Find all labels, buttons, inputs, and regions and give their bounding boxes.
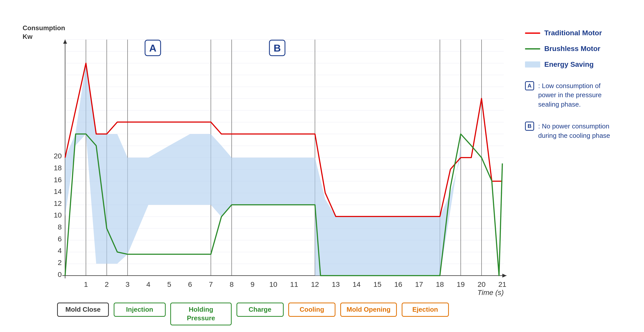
- svg-text:6: 6: [58, 235, 62, 243]
- svg-text:3: 3: [126, 280, 130, 288]
- svg-text:18: 18: [436, 280, 444, 288]
- svg-text:1: 1: [84, 280, 88, 288]
- svg-text:18: 18: [54, 164, 62, 172]
- note-b-text: : No power consumptionduring the cooling…: [538, 122, 610, 140]
- svg-text:7: 7: [209, 280, 213, 288]
- svg-marker-23: [502, 274, 506, 277]
- brushless-motor-line-icon: [525, 48, 540, 49]
- svg-text:8: 8: [230, 280, 234, 288]
- chart-svg: 0 2 4 6 8 10 12 14 16 18 20 1 2 3: [43, 34, 515, 298]
- svg-text:2: 2: [58, 258, 62, 267]
- phase-mold-opening: Mold Opening: [340, 303, 397, 317]
- svg-text:8: 8: [58, 223, 62, 231]
- svg-text:B: B: [274, 42, 281, 54]
- chart-area: ConsumptionKw: [23, 24, 515, 313]
- legend-note-b: B : No power consumptionduring the cooli…: [525, 122, 621, 140]
- note-a-text: : Low consumption ofpower in the pressur…: [538, 81, 602, 109]
- phase-holding-pressure: Holding Pressure: [170, 303, 232, 325]
- legend-area: Traditional Motor Brushless Motor Energy…: [515, 24, 621, 313]
- legend-traditional-motor: Traditional Motor: [525, 29, 621, 37]
- phase-charge: Charge: [236, 303, 284, 317]
- svg-text:12: 12: [54, 199, 62, 207]
- energy-saving-label: Energy Saving: [544, 60, 594, 69]
- svg-text:A: A: [149, 42, 156, 54]
- svg-text:Time (s): Time (s): [477, 288, 504, 296]
- traditional-motor-label: Traditional Motor: [544, 29, 602, 37]
- legend-brushless-motor: Brushless Motor: [525, 45, 621, 53]
- svg-text:20: 20: [54, 152, 62, 160]
- svg-text:5: 5: [167, 280, 171, 288]
- svg-text:20: 20: [478, 280, 486, 288]
- svg-text:4: 4: [58, 246, 62, 255]
- svg-text:13: 13: [332, 280, 340, 288]
- svg-text:14: 14: [54, 187, 62, 195]
- svg-text:6: 6: [188, 280, 192, 288]
- badge-a-icon: A: [525, 81, 534, 90]
- svg-text:16: 16: [54, 176, 62, 184]
- svg-text:10: 10: [269, 280, 277, 288]
- phase-cooling: Cooling: [288, 303, 335, 317]
- energy-saving-color-icon: [525, 61, 540, 68]
- svg-text:10: 10: [54, 211, 62, 219]
- phase-injection: Injection: [114, 303, 166, 317]
- svg-text:14: 14: [353, 280, 361, 288]
- svg-text:11: 11: [290, 280, 298, 288]
- brushless-motor-label: Brushless Motor: [544, 45, 600, 53]
- phase-mold-close: Mold Close: [57, 303, 109, 317]
- phase-labels-container: Mold Close Injection Holding Pressure Ch…: [43, 300, 515, 332]
- traditional-motor-line-icon: [525, 32, 540, 34]
- badge-b-icon: B: [525, 122, 534, 131]
- svg-text:15: 15: [374, 280, 382, 288]
- main-container: ConsumptionKw: [18, 14, 626, 318]
- chart-wrapper: 0 2 4 6 8 10 12 14 16 18 20 1 2 3: [43, 34, 515, 299]
- svg-marker-24: [63, 40, 67, 44]
- svg-text:2: 2: [105, 280, 109, 288]
- legend-note-a: A : Low consumption ofpower in the press…: [525, 81, 621, 109]
- svg-text:0: 0: [58, 270, 62, 278]
- svg-text:9: 9: [250, 280, 255, 288]
- svg-text:19: 19: [457, 280, 465, 288]
- svg-text:16: 16: [394, 280, 402, 288]
- svg-text:12: 12: [311, 280, 319, 288]
- svg-text:21: 21: [498, 280, 506, 288]
- legend-energy-saving: Energy Saving: [525, 60, 621, 69]
- svg-text:17: 17: [415, 280, 423, 288]
- svg-text:4: 4: [146, 280, 150, 288]
- phase-ejection: Ejection: [402, 303, 449, 317]
